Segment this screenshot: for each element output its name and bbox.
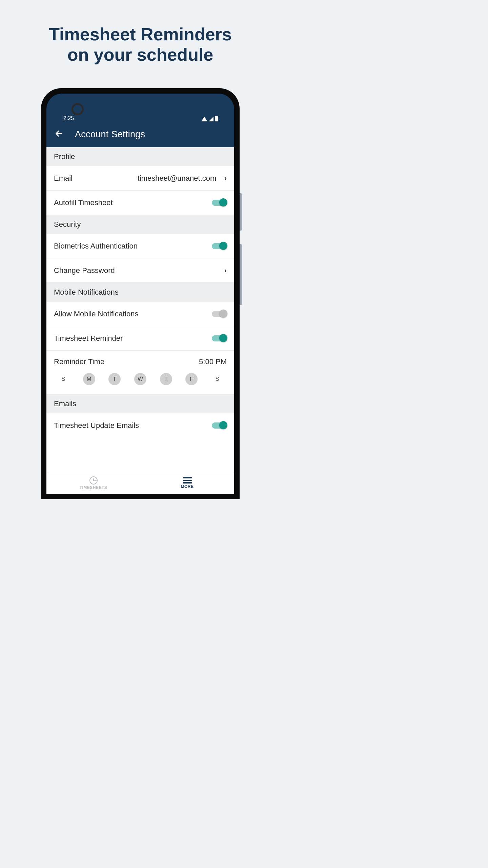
chevron-right-icon: ›	[224, 174, 227, 182]
allow-notifications-row: Allow Mobile Notifications	[46, 302, 234, 326]
status-bar: 2:25	[46, 108, 234, 121]
settings-content: Profile Email timesheet@unanet.com › Aut…	[46, 147, 234, 494]
phone-screen: 2:25 Account Settings Profile Email	[46, 94, 234, 494]
app-bar: Account Settings	[46, 121, 234, 147]
update-emails-label: Timesheet Update Emails	[54, 421, 139, 430]
biometrics-row: Biometrics Authentication	[46, 234, 234, 258]
page-title: Account Settings	[75, 129, 145, 140]
reminder-time-block: Reminder Time 5:00 PM S M T W T F S	[46, 351, 234, 394]
allow-notifications-toggle[interactable]	[212, 311, 227, 317]
day-fri[interactable]: F	[185, 373, 198, 385]
day-wed[interactable]: W	[134, 373, 146, 385]
day-mon[interactable]: M	[83, 373, 95, 385]
timesheet-reminder-label: Timesheet Reminder	[54, 334, 123, 343]
menu-icon	[183, 477, 192, 484]
battery-icon	[215, 116, 218, 121]
reminder-days: S M T W T F S	[46, 370, 234, 394]
nav-timesheets-label: TIMESHEETS	[80, 485, 107, 490]
day-sat[interactable]: S	[211, 373, 223, 385]
wifi-icon	[201, 117, 207, 121]
autofill-label: Autofill Timesheet	[54, 198, 113, 207]
timesheet-reminder-row: Timesheet Reminder	[46, 326, 234, 351]
autofill-row: Autofill Timesheet	[46, 191, 234, 215]
email-label: Email	[54, 174, 73, 183]
clock-icon	[89, 476, 98, 485]
promo-line2: on your schedule	[0, 45, 281, 65]
section-emails: Emails	[46, 394, 234, 413]
signal-icon	[209, 117, 214, 121]
email-row[interactable]: Email timesheet@unanet.com ›	[46, 166, 234, 191]
update-emails-row: Timesheet Update Emails	[46, 413, 234, 438]
section-profile: Profile	[46, 147, 234, 166]
status-icons	[201, 116, 218, 121]
phone-side-button	[240, 193, 242, 231]
update-emails-toggle[interactable]	[212, 422, 227, 429]
nav-more[interactable]: MORE	[140, 472, 234, 494]
nav-timesheets[interactable]: TIMESHEETS	[46, 472, 140, 494]
chevron-right-icon: ›	[224, 267, 227, 274]
biometrics-label: Biometrics Authentication	[54, 242, 138, 251]
arrow-left-icon	[55, 129, 63, 138]
day-thu[interactable]: T	[160, 373, 172, 385]
biometrics-toggle[interactable]	[212, 243, 227, 249]
day-sun[interactable]: S	[57, 373, 69, 385]
reminder-time-value[interactable]: 5:00 PM	[199, 357, 227, 366]
autofill-toggle[interactable]	[212, 200, 227, 206]
change-password-label: Change Password	[54, 266, 115, 275]
status-time: 2:25	[63, 115, 74, 121]
phone-side-button	[240, 244, 242, 305]
section-security: Security	[46, 215, 234, 234]
bottom-nav: TIMESHEETS MORE	[46, 472, 234, 494]
phone-mockup: 2:25 Account Settings Profile Email	[41, 88, 240, 499]
nav-more-label: MORE	[181, 484, 194, 489]
change-password-row[interactable]: Change Password ›	[46, 258, 234, 283]
reminder-time-label: Reminder Time	[54, 357, 104, 366]
section-notifications: Mobile Notifications	[46, 283, 234, 302]
promo-line1: Timesheet Reminders	[0, 24, 281, 45]
back-button[interactable]	[55, 129, 63, 139]
email-value: timesheet@unanet.com	[138, 174, 217, 183]
promo-headline: Timesheet Reminders on your schedule	[0, 0, 281, 65]
day-tue[interactable]: T	[108, 373, 121, 385]
allow-notifications-label: Allow Mobile Notifications	[54, 310, 138, 318]
timesheet-reminder-toggle[interactable]	[212, 335, 227, 341]
